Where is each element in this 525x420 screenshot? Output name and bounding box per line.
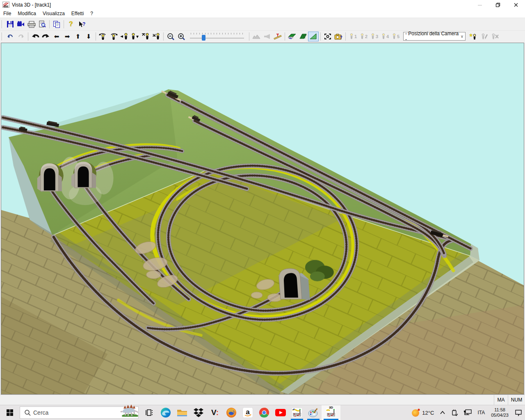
toolbar-separator <box>49 20 50 28</box>
slider-ticks <box>191 33 243 34</box>
roof-view-icon[interactable] <box>287 32 297 41</box>
slider-thumb[interactable] <box>202 35 205 41</box>
toolbar-grip[interactable] <box>2 20 3 28</box>
v-app-icon[interactable]: V: <box>207 405 223 420</box>
camera-slot-4[interactable]: 4 <box>379 32 390 41</box>
application-window: Vista 3D - [track1] File Modifica Visual… <box>0 0 525 420</box>
zoom-slider[interactable] <box>190 32 244 41</box>
print-button[interactable] <box>26 19 37 29</box>
toolbar-separator <box>163 32 164 41</box>
pan-right-icon[interactable]: ➡ <box>62 32 73 41</box>
language-indicator[interactable]: ITA <box>475 405 488 420</box>
zoom-in-icon[interactable] <box>176 32 187 41</box>
status-ma: MA <box>494 395 508 405</box>
toolbar-separator <box>64 20 64 28</box>
svg-text:?: ? <box>82 21 85 27</box>
print-preview-button[interactable] <box>37 19 48 29</box>
copy-button[interactable] <box>51 19 62 29</box>
restore-button[interactable] <box>489 0 507 9</box>
camera-new-icon[interactable] <box>468 32 479 41</box>
dropbox-icon[interactable] <box>190 405 207 420</box>
menu-bar: File Modifica Visualizza Effetti ? <box>0 9 525 18</box>
menu-help[interactable]: ? <box>87 10 96 17</box>
wintrack-app-icon[interactable] <box>289 405 305 420</box>
action-center-icon[interactable] <box>512 405 525 420</box>
pan-left-icon[interactable]: ⬅ <box>51 32 62 41</box>
camera-delete-icon[interactable] <box>489 32 500 41</box>
main-toolbar: ? ? <box>0 18 525 30</box>
status-bar: MA NUM <box>0 395 525 405</box>
network-icon[interactable] <box>461 405 475 420</box>
amazon-icon[interactable]: a <box>240 405 256 420</box>
camera-positions-value: - Posizioni della Camera - <box>405 31 461 42</box>
edge-icon[interactable] <box>158 405 174 420</box>
system-tray: 12°C ITA 11:58 05/04/23 <box>409 405 525 420</box>
fit-view-icon[interactable] <box>322 32 333 41</box>
weather-widget[interactable]: 12°C <box>409 405 437 420</box>
redo-icon[interactable] <box>16 32 26 41</box>
incline-icon[interactable] <box>272 32 283 41</box>
rotate-left-icon[interactable] <box>30 32 41 41</box>
tray-chevron-icon[interactable] <box>437 405 448 420</box>
camera-orbit-right-icon[interactable] <box>108 32 119 41</box>
camera-orbit-left-icon[interactable] <box>98 32 108 41</box>
usb-device-icon[interactable] <box>448 405 461 420</box>
close-button[interactable] <box>507 0 525 9</box>
texture-icon[interactable] <box>297 32 308 41</box>
camera-slot-5[interactable]: 5 <box>390 32 401 41</box>
camera-slot-3[interactable]: 3 <box>369 32 379 41</box>
menu-file[interactable]: File <box>0 10 14 17</box>
toolbar-separator <box>96 32 96 41</box>
record-video-button[interactable] <box>16 19 26 29</box>
terrain-icon[interactable] <box>251 32 262 41</box>
menu-effetti[interactable]: Effetti <box>68 10 87 17</box>
file-explorer-icon[interactable] <box>174 405 190 420</box>
3d-canvas[interactable] <box>1 43 524 395</box>
threed-label: 3D <box>329 406 333 409</box>
zoom-out-icon[interactable] <box>165 32 176 41</box>
svg-text:?: ? <box>340 35 342 40</box>
pan-down-icon[interactable]: ⬇ <box>83 32 94 41</box>
menu-modifica[interactable]: Modifica <box>14 10 39 17</box>
camera-positions-dropdown[interactable]: - Posizioni della Camera - ∨ <box>403 32 466 41</box>
firefox-icon[interactable] <box>223 405 240 420</box>
camera-raise-icon[interactable] <box>140 32 151 41</box>
toolbar-separator <box>320 32 321 41</box>
minimize-button[interactable] <box>471 0 489 9</box>
undo-icon[interactable] <box>5 32 16 41</box>
paint-app-icon[interactable] <box>305 405 322 420</box>
camera-strafe-left-icon[interactable] <box>119 32 130 41</box>
transparent-surfaces-icon[interactable] <box>308 32 319 41</box>
menu-visualizza[interactable]: Visualizza <box>39 10 68 17</box>
wintrack-3d-app-icon[interactable]: 3D <box>322 405 340 420</box>
camera-lower-icon[interactable] <box>151 32 162 41</box>
toolbar-separator <box>249 32 249 41</box>
start-button[interactable] <box>0 405 20 420</box>
context-help-icon[interactable]: ? <box>76 19 87 29</box>
help-icon[interactable]: ? <box>66 19 76 29</box>
camera-slot-1[interactable]: 1 <box>347 32 358 41</box>
time-label: 11:58 <box>491 407 509 413</box>
camera-edit-icon[interactable] <box>479 32 489 41</box>
svg-text:a: a <box>246 408 250 416</box>
taskbar-search[interactable] <box>20 406 139 419</box>
status-num: NUM <box>508 395 525 405</box>
toolbar-separator <box>345 32 346 41</box>
sun-icon <box>411 408 420 417</box>
camera-move-down-icon[interactable] <box>130 32 140 41</box>
toolbar-grip[interactable] <box>2 32 3 41</box>
camera-slot-2[interactable]: 2 <box>358 32 369 41</box>
view-toolbar: ⬅ ➡ ⬆ ⬇ ? 1 2 3 4 5 <box>0 30 525 42</box>
title-bar: Vista 3D - [track1] <box>0 0 525 9</box>
chrome-icon[interactable] <box>256 405 272 420</box>
pan-up-icon[interactable]: ⬆ <box>73 32 83 41</box>
snapshot-icon[interactable]: ? <box>333 32 344 41</box>
sound-icon[interactable] <box>262 32 272 41</box>
chevron-down-icon: ∨ <box>461 34 463 39</box>
youtube-icon[interactable] <box>272 405 289 420</box>
window-title: Vista 3D - [track1] <box>12 2 471 8</box>
rotate-right-icon[interactable] <box>41 32 51 41</box>
clock[interactable]: 11:58 05/04/23 <box>488 405 512 420</box>
task-view-button[interactable] <box>141 405 158 420</box>
save-button[interactable] <box>5 19 16 29</box>
